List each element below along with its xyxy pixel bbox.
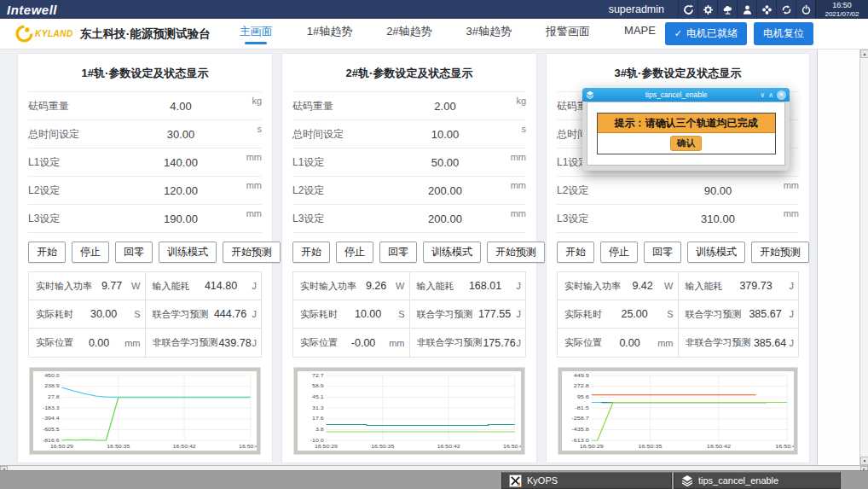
param-label: L2设定 xyxy=(292,183,398,198)
tab-axis1-trend[interactable]: 1#轴趋势 xyxy=(307,24,352,44)
start-button[interactable]: 开始 xyxy=(557,242,594,263)
vertical-scrollbar[interactable]: ▲ ▼ xyxy=(859,49,868,465)
param-unit: s xyxy=(492,120,526,134)
train-mode-button[interactable]: 训练模式 xyxy=(159,242,217,263)
svg-text:45.1: 45.1 xyxy=(312,394,324,399)
param-value[interactable]: 10.00 xyxy=(398,128,492,141)
gear-icon[interactable] xyxy=(697,0,717,19)
user-icon[interactable] xyxy=(737,0,756,19)
svg-text:16:50:29: 16:50:29 xyxy=(50,443,74,448)
tab-main-screen[interactable]: 主画面 xyxy=(240,24,273,44)
param-row: 总时间设定30.00s xyxy=(28,120,262,148)
time-text: 16:50 xyxy=(832,1,852,9)
kyops-logo-icon xyxy=(509,474,522,487)
trend-series-cyan xyxy=(61,387,250,397)
svg-text:16:50:42: 16:50:42 xyxy=(707,444,732,449)
non-federated-prediction: 非联合学习预测439.78J xyxy=(146,329,262,357)
zero-return-button[interactable]: 回零 xyxy=(379,242,417,263)
stop-button[interactable]: 停止 xyxy=(336,242,373,263)
actual-position: 实际位置0.00mm xyxy=(558,329,679,357)
param-value[interactable]: 200.00 xyxy=(398,184,492,197)
param-row: L1设定140.00mm xyxy=(28,148,262,177)
trend-chart: 72.758.945.131.317.63.8-10.016:50:2916:5… xyxy=(294,368,524,454)
start-button[interactable]: 开始 xyxy=(28,242,66,263)
sync-icon[interactable] xyxy=(776,0,796,19)
actual-position: 实际位置-0.00mm xyxy=(293,329,410,357)
svg-text:16:50:42: 16:50:42 xyxy=(437,443,461,448)
status-table: 实时输入功率9.77W输入能耗414.80J实际耗时30.00S联合学习预测44… xyxy=(28,271,262,358)
param-label: L3设定 xyxy=(28,212,134,226)
clock-display: 16:50 2021/07/02 xyxy=(815,0,868,19)
start-predict-button[interactable]: 开始预测 xyxy=(487,242,545,263)
actual-elapsed-time: 实际耗时10.00S xyxy=(293,300,410,328)
maximize-icon[interactable]: ∧ xyxy=(768,91,773,99)
federated-learning-prediction: 联合学习预测385.67J xyxy=(679,300,799,328)
page-title: 东土科技·能源预测试验台 xyxy=(80,26,211,42)
trend-chart: 450.0238.927.8-183.3-394.4-605.5-816.616… xyxy=(30,368,260,454)
apps-icon[interactable] xyxy=(756,0,776,19)
cloud-server-icon[interactable] xyxy=(717,0,737,19)
stop-button[interactable]: 停止 xyxy=(72,242,109,263)
zero-return-button[interactable]: 回零 xyxy=(644,242,681,263)
param-label: 总时间设定 xyxy=(292,127,398,142)
train-mode-button[interactable]: 训练模式 xyxy=(423,242,481,263)
motor-reset-button[interactable]: 电机复位 xyxy=(754,22,813,45)
system-topbar: Intewell superadmin xyxy=(0,0,868,19)
svg-text:3.8: 3.8 xyxy=(315,427,324,432)
tab-axis3-trend[interactable]: 3#轴趋势 xyxy=(466,24,512,44)
param-unit: mm xyxy=(492,177,526,190)
motor-ready-button[interactable]: ✓电机已就绪 xyxy=(665,22,747,45)
param-value[interactable]: 90.00 xyxy=(671,184,765,197)
param-value[interactable]: 120.00 xyxy=(134,184,228,197)
scroll-up-icon[interactable]: ▲ xyxy=(860,49,868,58)
svg-text:16:50:29: 16:50:29 xyxy=(315,443,339,448)
tab-axis2-trend[interactable]: 2#轴趋势 xyxy=(386,24,431,44)
param-unit: mm xyxy=(228,148,262,162)
zero-return-button[interactable]: 回零 xyxy=(115,242,153,263)
svg-text:95.6: 95.6 xyxy=(577,394,590,399)
start-button[interactable]: 开始 xyxy=(292,242,330,263)
param-unit: kg xyxy=(492,92,526,106)
param-unit: mm xyxy=(228,205,262,218)
tab-alarm-screen[interactable]: 报警画面 xyxy=(546,24,590,44)
stop-button[interactable]: 停止 xyxy=(600,242,638,263)
taskbar-item-tips-cancel-enable[interactable]: tips_cancel_enable xyxy=(674,472,841,489)
confirm-button[interactable]: 确认 xyxy=(670,136,702,151)
main-tabs: 主画面 1#轴趋势 2#轴趋势 3#轴趋势 报警画面 MAPE xyxy=(240,24,656,44)
param-value[interactable]: 50.00 xyxy=(398,156,492,169)
param-value[interactable]: 4.00 xyxy=(134,100,228,113)
param-unit: mm xyxy=(492,148,526,162)
train-mode-button[interactable]: 训练模式 xyxy=(687,242,745,263)
taskbar-item-kyops[interactable]: KyOPS xyxy=(501,472,672,489)
param-value[interactable]: 190.00 xyxy=(134,212,228,225)
trend-series-teal xyxy=(326,424,514,425)
param-value[interactable]: 140.00 xyxy=(134,156,228,169)
param-value[interactable]: 30.00 xyxy=(134,128,228,141)
param-label: 砝码重量 xyxy=(292,99,398,114)
federated-learning-prediction: 联合学习预测444.76J xyxy=(146,300,262,328)
param-row: L2设定120.00mm xyxy=(28,177,262,205)
svg-text:16:50:49: 16:50:49 xyxy=(239,443,257,448)
status-table: 实时输入功率9.42W输入能耗379.73J实际耗时25.00S联合学习预测38… xyxy=(557,271,799,358)
param-value[interactable]: 310.00 xyxy=(671,212,765,225)
param-label: L2设定 xyxy=(557,183,671,198)
dialog-titlebar[interactable]: tips_cancel_enable ∨ ∧ ✕ xyxy=(582,88,790,102)
actual-elapsed-time: 实际耗时30.00S xyxy=(29,300,146,328)
param-row: L2设定200.00mm xyxy=(292,177,526,205)
refresh-icon[interactable] xyxy=(678,0,697,19)
minimize-icon[interactable]: ∨ xyxy=(760,91,765,99)
start-predict-button[interactable]: 开始预测 xyxy=(223,242,281,263)
svg-text:16:50:35: 16:50:35 xyxy=(639,444,663,449)
param-value[interactable]: 2.00 xyxy=(398,100,492,113)
param-value[interactable]: 200.00 xyxy=(398,212,492,225)
status-row: 实际位置-0.00mm非联合学习预测175.76J xyxy=(293,329,525,357)
start-predict-button[interactable]: 开始预测 xyxy=(751,242,809,263)
main-window: Intewell superadmin xyxy=(0,0,868,489)
param-unit: mm xyxy=(228,177,262,190)
tab-mape[interactable]: MAPE xyxy=(624,24,656,44)
close-icon[interactable]: ✕ xyxy=(777,90,786,100)
scroll-down-icon[interactable]: ▼ xyxy=(860,457,868,465)
param-label: L3设定 xyxy=(557,212,671,226)
param-row: 砝码重量4.00kg xyxy=(28,92,262,120)
power-icon[interactable] xyxy=(796,0,815,19)
